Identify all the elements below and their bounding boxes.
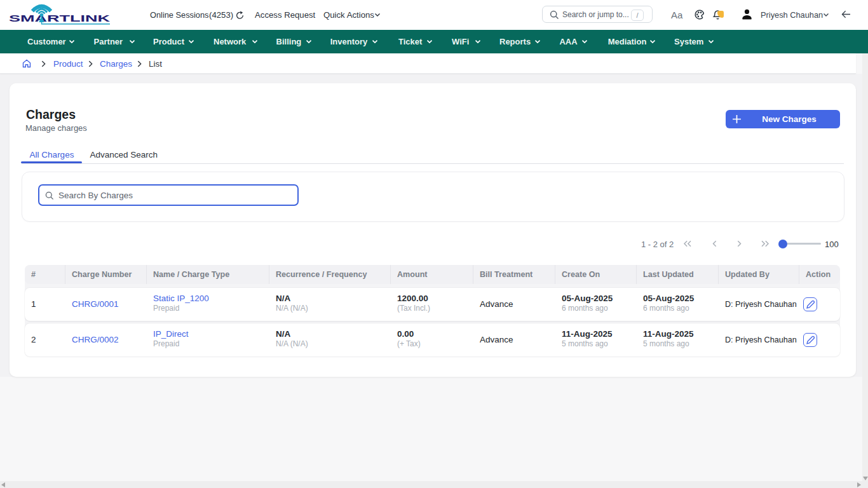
svg-text:SMARTLINK: SMARTLINK bbox=[9, 13, 111, 24]
